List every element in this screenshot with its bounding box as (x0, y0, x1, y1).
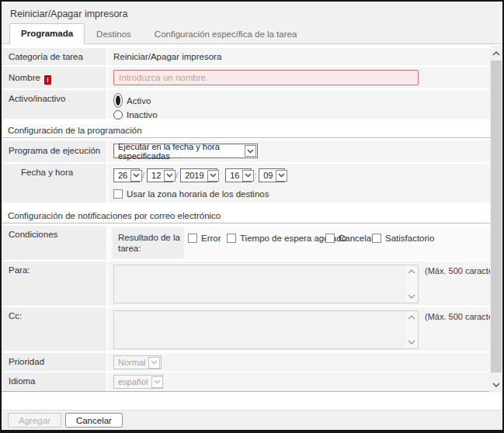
day-value: 26 (118, 171, 127, 180)
datetime-label: Fecha y hora (2, 164, 106, 203)
year-value: 2019 (185, 171, 203, 180)
chevron-down-icon (207, 170, 219, 182)
date-separator: / (142, 171, 144, 180)
checkbox-error[interactable]: Error (188, 234, 221, 243)
row-cc: Cc: (Máx. 500 caracteres) (2, 307, 492, 351)
tab-configuracion-especifica[interactable]: Configuración específica de la tarea (143, 25, 308, 44)
row-execution: Programa de ejecución Ejecutar en la fec… (2, 140, 492, 162)
textarea-scrollbar[interactable] (406, 312, 417, 348)
radio-activo-label: Activo (127, 96, 151, 106)
checkbox-icon[interactable] (325, 234, 335, 243)
scroll-down-button[interactable] (490, 379, 502, 391)
chevron-down-icon (164, 170, 176, 182)
dialog-title: Reiniciar/Apagar impresora (2, 2, 502, 19)
row-priority: Prioridad Normal (2, 353, 492, 371)
chevron-down-icon (492, 383, 500, 387)
to-value-cell: (Máx. 500 caracteres) (108, 262, 492, 306)
name-label-cell: Nombre! (2, 67, 106, 88)
chevron-down-icon (276, 170, 287, 182)
tab-bar: Programada Destinos Configuración especí… (9, 23, 308, 44)
row-state: Activo/inactivo Activo Inactivo (2, 90, 492, 119)
row-language: Idioma español (2, 372, 492, 391)
notifications-section-title: Configuración de notificaciones por corr… (2, 211, 492, 223)
checkbox-success[interactable]: Satisfactorio (372, 234, 434, 243)
datetime-selects: 26 / 12 / 2019 (113, 168, 492, 182)
language-label: Idioma (2, 372, 106, 391)
category-value: Reiniciar/Apagar impresora (108, 48, 492, 65)
dialog-footer: Agregar Cancelar (2, 410, 502, 430)
chevron-down-icon[interactable] (408, 340, 415, 345)
chevron-down-icon (130, 170, 142, 182)
task-dialog: Reiniciar/Apagar impresora Programada De… (0, 0, 504, 433)
task-result-sublabel: Resultado de la tarea: (113, 227, 184, 258)
scroll-up-button[interactable] (490, 47, 502, 60)
radio-inactivo[interactable]: Inactivo (113, 110, 492, 120)
add-button[interactable]: Agregar (8, 413, 61, 428)
checkbox-icon[interactable] (113, 189, 123, 199)
name-label: Nombre (9, 73, 40, 82)
schedule-section-title: Configuración de la programación (2, 126, 492, 138)
row-category: Categoría de tarea Reiniciar/Apagar impr… (2, 48, 492, 65)
row-name: Nombre! (2, 67, 492, 88)
to-textarea[interactable] (113, 265, 419, 303)
row-conditions: Condiciones Resultado de la tarea: Error… (2, 226, 492, 260)
execution-selected-value: Ejecutar en la fecha y hora especificada… (118, 142, 242, 161)
priority-select[interactable]: Normal (113, 355, 162, 369)
chevron-up-icon[interactable] (408, 315, 415, 320)
timezone-checkbox-item[interactable]: Usar la zona horaria de los destinos (113, 189, 492, 199)
checkbox-icon[interactable] (372, 234, 381, 243)
row-to: Para: (Máx. 500 caracteres) (2, 262, 492, 306)
date-separator: / (176, 171, 178, 180)
form-panel: Categoría de tarea Reiniciar/Apagar impr… (2, 45, 492, 392)
cancel-button[interactable]: Cancelar (65, 413, 123, 428)
chevron-down-icon (151, 376, 163, 388)
minute-value: 09 (263, 171, 273, 180)
to-label: Para: (2, 262, 106, 306)
cc-textarea[interactable] (113, 310, 419, 349)
conditions-value-cell: Resultado de la tarea: Error Tiempo de e… (108, 226, 492, 260)
month-select[interactable]: 12 (147, 168, 173, 182)
priority-label: Prioridad (2, 353, 106, 371)
priority-value-cell: Normal (108, 353, 492, 371)
checkbox-error-label: Error (201, 234, 221, 243)
vertical-scrollbar[interactable] (490, 46, 502, 393)
scrollbar-thumb[interactable] (491, 61, 502, 372)
required-icon: ! (44, 75, 51, 85)
cc-value-cell: (Máx. 500 caracteres) (108, 307, 492, 351)
chevron-up-icon (492, 51, 500, 56)
dialog-header: Reiniciar/Apagar impresora Programada De… (2, 2, 502, 44)
hour-value: 16 (230, 171, 239, 180)
row-datetime: Fecha y hora 26 / 12 / (2, 164, 492, 203)
radio-activo[interactable]: Activo (113, 93, 492, 108)
day-select[interactable]: 26 (113, 168, 140, 182)
execution-label: Programa de ejecución (2, 140, 106, 162)
state-value-cell: Activo Inactivo (108, 90, 492, 119)
tab-programada[interactable]: Programada (9, 23, 85, 44)
language-value-cell: español (108, 372, 492, 391)
execution-select[interactable]: Ejecutar en la fecha y hora especificada… (113, 144, 258, 158)
priority-selected-value: Normal (118, 358, 145, 367)
cc-label: Cc: (2, 307, 106, 351)
minute-select[interactable]: 09 (259, 168, 285, 182)
radio-selected-icon[interactable] (113, 93, 123, 108)
checkbox-icon[interactable] (188, 234, 197, 243)
checkbox-success-label: Satisfactorio (385, 234, 434, 243)
tab-destinos[interactable]: Destinos (85, 25, 143, 44)
language-select[interactable]: español (113, 375, 163, 389)
month-value: 12 (151, 171, 161, 180)
conditions-label: Condiciones (2, 226, 106, 260)
radio-unselected-icon[interactable] (113, 110, 123, 120)
chevron-down-icon (242, 170, 254, 182)
checkbox-icon[interactable] (227, 234, 236, 243)
chevron-down-icon[interactable] (408, 294, 415, 299)
radio-inactivo-label: Inactivo (127, 110, 158, 120)
time-separator: : (254, 171, 256, 180)
chevron-up-icon[interactable] (408, 269, 415, 274)
year-select[interactable]: 2019 (180, 168, 217, 182)
name-input[interactable] (113, 70, 419, 85)
category-label: Categoría de tarea (2, 48, 106, 65)
hour-select[interactable]: 16 (225, 168, 252, 182)
textarea-scrollbar[interactable] (406, 266, 417, 302)
datetime-value-cell: 26 / 12 / 2019 (108, 164, 492, 203)
state-label: Activo/inactivo (2, 90, 106, 119)
